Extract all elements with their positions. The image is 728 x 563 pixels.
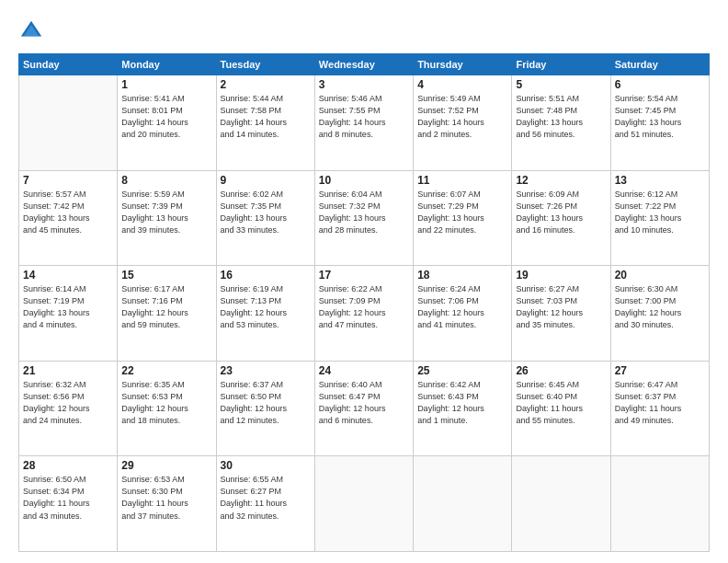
calendar-header-friday: Friday — [512, 54, 610, 75]
calendar-cell: 14Sunrise: 6:14 AM Sunset: 7:19 PM Dayli… — [19, 266, 118, 362]
cell-info: Sunrise: 5:46 AM Sunset: 7:55 PM Dayligh… — [319, 93, 409, 141]
day-number: 23 — [221, 364, 311, 377]
cell-info: Sunrise: 6:42 AM Sunset: 6:43 PM Dayligh… — [417, 379, 507, 427]
cell-info: Sunrise: 6:55 AM Sunset: 6:27 PM Dayligh… — [221, 474, 311, 522]
calendar-cell: 15Sunrise: 6:17 AM Sunset: 7:16 PM Dayli… — [118, 266, 216, 362]
calendar-cell: 8Sunrise: 5:59 AM Sunset: 7:39 PM Daylig… — [118, 170, 216, 266]
calendar-header-sunday: Sunday — [19, 54, 118, 75]
calendar-cell: 11Sunrise: 6:07 AM Sunset: 7:29 PM Dayli… — [414, 170, 512, 266]
day-number: 9 — [221, 174, 311, 187]
logo — [18, 18, 48, 44]
day-number: 10 — [319, 174, 409, 187]
cell-info: Sunrise: 6:07 AM Sunset: 7:29 PM Dayligh… — [417, 189, 507, 236]
day-number: 4 — [417, 78, 507, 91]
day-number: 26 — [516, 364, 606, 377]
cell-info: Sunrise: 5:44 AM Sunset: 7:58 PM Dayligh… — [221, 93, 311, 141]
day-number: 24 — [319, 364, 409, 377]
day-number: 21 — [23, 364, 113, 377]
day-number: 8 — [121, 174, 211, 187]
calendar-cell: 29Sunrise: 6:53 AM Sunset: 6:30 PM Dayli… — [118, 456, 216, 552]
day-number: 27 — [615, 364, 705, 377]
calendar-cell — [610, 456, 709, 552]
day-number: 30 — [221, 459, 311, 472]
calendar-cell — [414, 456, 512, 552]
day-number: 19 — [516, 269, 606, 282]
calendar-cell: 9Sunrise: 6:02 AM Sunset: 7:35 PM Daylig… — [216, 170, 314, 266]
day-number: 14 — [23, 269, 113, 282]
calendar-cell: 7Sunrise: 5:57 AM Sunset: 7:42 PM Daylig… — [19, 170, 118, 266]
cell-info: Sunrise: 5:54 AM Sunset: 7:45 PM Dayligh… — [615, 93, 705, 141]
cell-info: Sunrise: 6:27 AM Sunset: 7:03 PM Dayligh… — [516, 283, 606, 331]
calendar-cell: 19Sunrise: 6:27 AM Sunset: 7:03 PM Dayli… — [512, 266, 610, 362]
cell-info: Sunrise: 6:50 AM Sunset: 6:34 PM Dayligh… — [23, 474, 113, 522]
day-number: 3 — [319, 78, 409, 91]
calendar-header-saturday: Saturday — [610, 54, 709, 75]
cell-info: Sunrise: 6:24 AM Sunset: 7:06 PM Dayligh… — [417, 283, 507, 331]
day-number: 15 — [121, 269, 211, 282]
calendar-cell: 16Sunrise: 6:19 AM Sunset: 7:13 PM Dayli… — [216, 266, 314, 362]
day-number: 20 — [615, 269, 705, 282]
cell-info: Sunrise: 6:53 AM Sunset: 6:30 PM Dayligh… — [121, 474, 211, 522]
cell-info: Sunrise: 6:14 AM Sunset: 7:19 PM Dayligh… — [23, 283, 113, 331]
day-number: 13 — [615, 174, 705, 187]
cell-info: Sunrise: 6:30 AM Sunset: 7:00 PM Dayligh… — [615, 283, 705, 331]
calendar-header-wednesday: Wednesday — [314, 54, 413, 75]
calendar-header-monday: Monday — [118, 54, 216, 75]
cell-info: Sunrise: 5:51 AM Sunset: 7:48 PM Dayligh… — [516, 93, 606, 141]
calendar-week-row: 7Sunrise: 5:57 AM Sunset: 7:42 PM Daylig… — [19, 170, 710, 266]
calendar-cell: 17Sunrise: 6:22 AM Sunset: 7:09 PM Dayli… — [314, 266, 413, 362]
calendar-cell: 10Sunrise: 6:04 AM Sunset: 7:32 PM Dayli… — [314, 170, 413, 266]
cell-info: Sunrise: 6:35 AM Sunset: 6:53 PM Dayligh… — [121, 379, 211, 427]
cell-info: Sunrise: 6:40 AM Sunset: 6:47 PM Dayligh… — [319, 379, 409, 427]
calendar-cell — [19, 75, 118, 171]
calendar-cell: 13Sunrise: 6:12 AM Sunset: 7:22 PM Dayli… — [610, 170, 709, 266]
calendar-cell: 2Sunrise: 5:44 AM Sunset: 7:58 PM Daylig… — [216, 75, 314, 171]
day-number: 18 — [417, 269, 507, 282]
calendar-cell: 12Sunrise: 6:09 AM Sunset: 7:26 PM Dayli… — [512, 170, 610, 266]
calendar-cell: 4Sunrise: 5:49 AM Sunset: 7:52 PM Daylig… — [414, 75, 512, 171]
calendar-week-row: 28Sunrise: 6:50 AM Sunset: 6:34 PM Dayli… — [19, 456, 710, 552]
day-number: 5 — [516, 78, 606, 91]
calendar-cell: 3Sunrise: 5:46 AM Sunset: 7:55 PM Daylig… — [314, 75, 413, 171]
cell-info: Sunrise: 6:02 AM Sunset: 7:35 PM Dayligh… — [221, 189, 311, 236]
calendar-header-thursday: Thursday — [414, 54, 512, 75]
day-number: 28 — [23, 459, 113, 472]
calendar-cell: 1Sunrise: 5:41 AM Sunset: 8:01 PM Daylig… — [118, 75, 216, 171]
calendar-cell — [314, 456, 413, 552]
day-number: 22 — [121, 364, 211, 377]
calendar-week-row: 1Sunrise: 5:41 AM Sunset: 8:01 PM Daylig… — [19, 75, 710, 171]
cell-info: Sunrise: 6:04 AM Sunset: 7:32 PM Dayligh… — [319, 189, 409, 236]
calendar-cell: 24Sunrise: 6:40 AM Sunset: 6:47 PM Dayli… — [314, 361, 413, 456]
calendar-cell — [512, 456, 610, 552]
cell-info: Sunrise: 6:17 AM Sunset: 7:16 PM Dayligh… — [121, 283, 211, 331]
calendar-header-tuesday: Tuesday — [216, 54, 314, 75]
day-number: 17 — [319, 269, 409, 282]
day-number: 1 — [121, 78, 211, 91]
day-number: 25 — [417, 364, 507, 377]
calendar-cell: 6Sunrise: 5:54 AM Sunset: 7:45 PM Daylig… — [610, 75, 709, 171]
cell-info: Sunrise: 5:59 AM Sunset: 7:39 PM Dayligh… — [121, 189, 211, 236]
cell-info: Sunrise: 6:37 AM Sunset: 6:50 PM Dayligh… — [221, 379, 311, 427]
calendar-cell: 26Sunrise: 6:45 AM Sunset: 6:40 PM Dayli… — [512, 361, 610, 456]
calendar-cell: 18Sunrise: 6:24 AM Sunset: 7:06 PM Dayli… — [414, 266, 512, 362]
cell-info: Sunrise: 6:19 AM Sunset: 7:13 PM Dayligh… — [221, 283, 311, 331]
day-number: 12 — [516, 174, 606, 187]
day-number: 2 — [221, 78, 311, 91]
day-number: 11 — [417, 174, 507, 187]
cell-info: Sunrise: 5:57 AM Sunset: 7:42 PM Dayligh… — [23, 189, 113, 236]
page: SundayMondayTuesdayWednesdayThursdayFrid… — [0, 0, 728, 563]
calendar-cell: 25Sunrise: 6:42 AM Sunset: 6:43 PM Dayli… — [414, 361, 512, 456]
day-number: 6 — [615, 78, 705, 91]
calendar-week-row: 14Sunrise: 6:14 AM Sunset: 7:19 PM Dayli… — [19, 266, 710, 362]
cell-info: Sunrise: 5:49 AM Sunset: 7:52 PM Dayligh… — [417, 93, 507, 141]
calendar-cell: 21Sunrise: 6:32 AM Sunset: 6:56 PM Dayli… — [19, 361, 118, 456]
day-number: 29 — [121, 459, 211, 472]
day-number: 7 — [23, 174, 113, 187]
cell-info: Sunrise: 5:41 AM Sunset: 8:01 PM Dayligh… — [121, 93, 211, 141]
calendar-table: SundayMondayTuesdayWednesdayThursdayFrid… — [18, 53, 710, 552]
cell-info: Sunrise: 6:09 AM Sunset: 7:26 PM Dayligh… — [516, 189, 606, 236]
calendar-week-row: 21Sunrise: 6:32 AM Sunset: 6:56 PM Dayli… — [19, 361, 710, 456]
calendar-header-row: SundayMondayTuesdayWednesdayThursdayFrid… — [19, 54, 710, 75]
logo-icon — [18, 18, 44, 44]
calendar-cell: 5Sunrise: 5:51 AM Sunset: 7:48 PM Daylig… — [512, 75, 610, 171]
